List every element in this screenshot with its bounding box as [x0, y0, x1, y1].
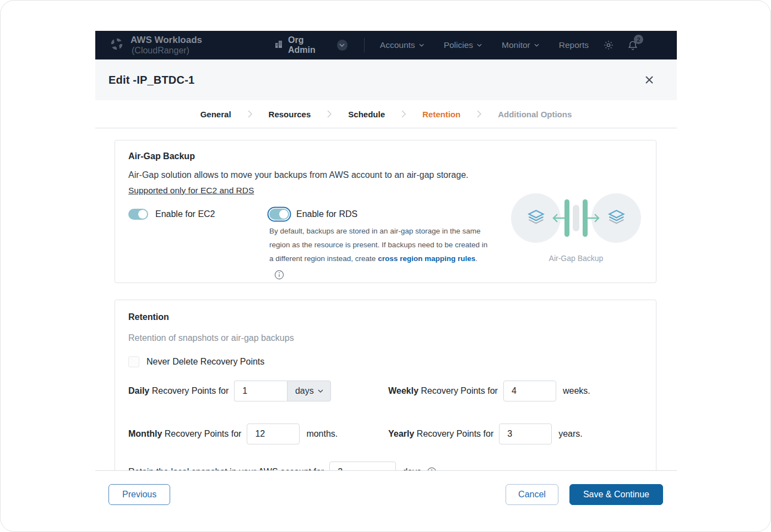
never-delete-checkbox[interactable]	[128, 356, 139, 367]
nav-item-policies[interactable]: Policies	[444, 40, 482, 50]
daily-weekly-row: Daily Recovery Points for days Weekly Re…	[128, 381, 643, 401]
weekly-unit: weeks.	[563, 386, 590, 396]
cross-region-mapping-rules-link[interactable]: cross region mapping rules	[378, 254, 475, 263]
org-chevron-down-icon	[337, 40, 348, 51]
rds-info-icon[interactable]	[274, 270, 284, 280]
wizard-stepper: General Resources Schedule Retention Add…	[95, 100, 677, 128]
chevron-right-icon	[401, 110, 406, 118]
settings-gear-icon[interactable]	[603, 40, 614, 51]
yearly-label-rest: Recovery Points for	[414, 429, 493, 438]
airgap-backup-card: Air-Gap Backup Air-Gap solution allows t…	[115, 140, 656, 283]
daily-value-input[interactable]	[234, 381, 287, 401]
app-logo-icon	[110, 37, 124, 53]
airgap-illustration: Air-Gap Backup	[507, 188, 645, 263]
chevron-right-icon	[477, 110, 481, 118]
brand[interactable]: AWS Workloads (CloudRanger)	[110, 35, 260, 56]
monthly-label-rest: Recovery Points for	[162, 429, 241, 438]
wizard-content: Air-Gap Backup Air-Gap solution allows t…	[95, 128, 677, 470]
step-general[interactable]: General	[200, 110, 231, 119]
weekly-label-bold: Weekly	[388, 386, 419, 395]
nav-item-reports[interactable]: Reports	[559, 40, 589, 50]
monthly-yearly-row: Monthly Recovery Points for months. Year…	[128, 424, 643, 444]
brand-suffix: (CloudRanger)	[132, 46, 189, 55]
modal-title: Edit -IP_BTDC-1	[108, 74, 194, 86]
chevron-right-icon	[248, 110, 252, 118]
weekly-group: Weekly Recovery Points for weeks.	[388, 381, 590, 401]
chevron-right-icon	[327, 110, 332, 118]
retention-card: Retention Retention of snapshots or air-…	[115, 300, 656, 470]
monthly-unit: months.	[306, 429, 338, 439]
chevron-down-icon	[477, 44, 482, 47]
airgap-description: Air-Gap solution allows to move your bac…	[128, 170, 643, 180]
monthly-group: Monthly Recovery Points for months.	[128, 424, 388, 444]
retain-local-row: Retain the local snapshot in your AWS ac…	[128, 462, 643, 470]
yearly-value-input[interactable]	[499, 424, 552, 444]
notification-badge: 2	[634, 35, 643, 44]
org-switcher[interactable]: Org Admin	[274, 35, 348, 55]
monthly-value-input[interactable]	[247, 424, 300, 444]
ec2-toggle-group: Enable for EC2	[128, 209, 269, 282]
step-additional-options[interactable]: Additional Options	[498, 110, 572, 119]
illustration-caption: Air-Gap Backup	[507, 254, 645, 263]
save-continue-button[interactable]: Save & Continue	[569, 484, 663, 505]
daily-label-bold: Daily	[128, 386, 149, 395]
org-label: Org Admin	[288, 35, 332, 55]
step-retention[interactable]: Retention	[422, 110, 460, 119]
yearly-label-bold: Yearly	[388, 429, 414, 438]
close-icon[interactable]	[645, 75, 654, 84]
modal-titlebar: Edit -IP_BTDC-1	[95, 59, 677, 100]
navbar-divider	[364, 38, 365, 52]
wizard-footer: Previous Cancel Save & Continue	[95, 470, 677, 532]
weekly-value-input[interactable]	[503, 381, 556, 401]
cancel-button[interactable]: Cancel	[506, 484, 558, 505]
nav-icons: 2	[603, 39, 638, 51]
airgap-supported-note: Supported only for EC2 and RDS	[128, 186, 254, 196]
ec2-toggle[interactable]	[128, 209, 148, 220]
monthly-label-bold: Monthly	[128, 429, 162, 438]
previous-button[interactable]: Previous	[108, 484, 170, 505]
retain-local-label: Retain the local snapshot in your AWS ac…	[128, 467, 324, 470]
policy-editor-modal: AWS Workloads (CloudRanger)	[95, 31, 677, 532]
rds-toggle[interactable]	[269, 209, 289, 220]
airgap-card-title: Air-Gap Backup	[128, 151, 643, 161]
yearly-unit: years.	[558, 429, 583, 439]
retain-local-info-icon[interactable]	[427, 467, 437, 470]
weekly-label-rest: Recovery Points for	[419, 386, 498, 395]
rds-note: By default, backups are stored in an air…	[269, 224, 488, 265]
never-delete-row: Never Delete Recovery Points	[128, 356, 643, 367]
brand-name: AWS Workloads	[131, 35, 202, 45]
retention-subtitle: Retention of snapshots or air-gap backup…	[128, 333, 643, 343]
nav-items: Accounts Policies Monitor Reports	[380, 40, 589, 50]
retain-local-unit: days	[403, 467, 421, 470]
screen: AWS Workloads (CloudRanger)	[0, 0, 771, 532]
daily-unit-select[interactable]: days	[287, 381, 331, 401]
chevron-down-icon	[534, 44, 539, 47]
chevron-down-icon	[318, 389, 323, 393]
daily-label-rest: Recovery Points for	[149, 386, 229, 395]
org-building-icon	[274, 40, 283, 51]
chevron-down-icon	[419, 44, 424, 47]
nav-item-accounts[interactable]: Accounts	[380, 40, 424, 50]
rds-toggle-group: Enable for RDS By default, backups are s…	[269, 209, 488, 282]
step-schedule[interactable]: Schedule	[348, 110, 385, 119]
step-resources[interactable]: Resources	[269, 110, 311, 119]
top-navbar: AWS Workloads (CloudRanger)	[95, 31, 677, 59]
notifications-bell-icon[interactable]: 2	[627, 39, 638, 51]
daily-group: Daily Recovery Points for days	[128, 381, 388, 401]
nav-item-monitor[interactable]: Monitor	[502, 40, 539, 50]
retain-local-value-input[interactable]	[329, 462, 396, 470]
never-delete-label: Never Delete Recovery Points	[146, 357, 264, 367]
rds-toggle-label: Enable for RDS	[296, 209, 357, 219]
retention-card-title: Retention	[128, 312, 643, 322]
yearly-group: Yearly Recovery Points for years.	[388, 424, 583, 444]
ec2-toggle-label: Enable for EC2	[155, 209, 215, 219]
